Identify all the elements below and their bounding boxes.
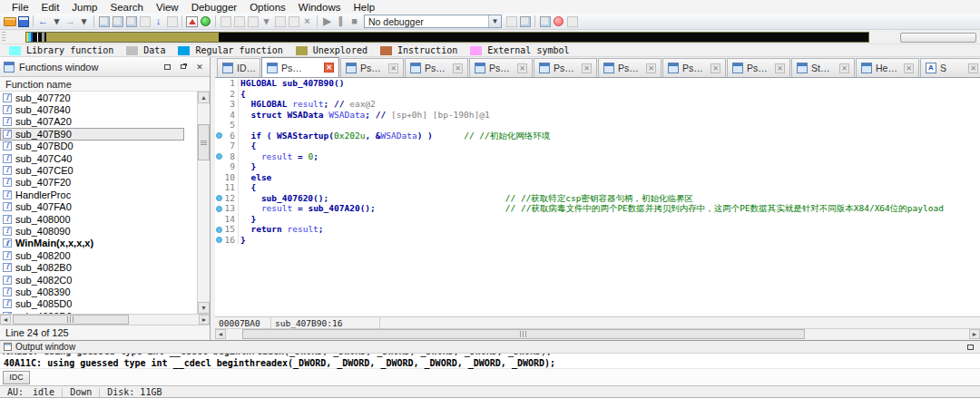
functions-window-titlebar[interactable]: Functions window ✕	[0, 57, 210, 77]
tab-close-icon[interactable]: ✕	[324, 63, 334, 73]
tab-close-icon[interactable]: ✕	[453, 63, 463, 73]
menu-windows[interactable]: Windows	[292, 2, 348, 13]
function-row[interactable]: fsub_407BD0	[0, 141, 210, 152]
open-file-icon[interactable]	[3, 15, 16, 28]
flow-chart-icon[interactable]	[185, 15, 199, 28]
debugger-combobox[interactable]: No debugger ▼	[364, 15, 502, 28]
menu-edit[interactable]: Edit	[35, 2, 66, 13]
step-over-icon[interactable]	[232, 15, 246, 28]
breakpoint-icon[interactable]	[216, 206, 222, 212]
navigation-band[interactable]	[25, 32, 869, 43]
breakpoint-icon[interactable]	[216, 132, 222, 139]
code-gutter[interactable]: 3	[215, 99, 239, 110]
code-gutter[interactable]: 2	[215, 89, 239, 100]
tab-3-ps[interactable]: Ps…✕	[340, 58, 404, 77]
tab-5-ps[interactable]: Ps…✕	[469, 58, 533, 77]
navband-range-button[interactable]	[900, 33, 976, 43]
code-gutter[interactable]: 14	[215, 214, 239, 225]
code-gutter[interactable]: 7	[215, 141, 239, 151]
pseudocode-view[interactable]: 1HGLOBAL sub_407B90()2{3 HGLOBAL result;…	[215, 78, 980, 316]
scroll-right-icon[interactable]: ►	[199, 315, 210, 325]
tab-9-ps[interactable]: Ps…✕	[727, 58, 790, 77]
functions-column-header[interactable]: Function name	[0, 77, 210, 92]
function-row[interactable]: fsub_407FA0	[0, 201, 210, 213]
step-exit-icon[interactable]	[518, 15, 532, 28]
scrollbar-thumb[interactable]	[13, 315, 129, 325]
function-row[interactable]: fsub_4082C0	[0, 274, 210, 286]
tab-8-ps[interactable]: Ps…✕	[662, 58, 726, 77]
start-process-icon[interactable]	[199, 15, 212, 28]
tab-close-icon[interactable]: ✕	[968, 63, 978, 73]
pause-icon[interactable]: ∥	[334, 15, 348, 28]
code-gutter[interactable]: 1	[215, 78, 239, 89]
scrollbar-thumb[interactable]	[198, 124, 210, 160]
code-line[interactable]: 16}	[215, 235, 980, 246]
tab-11-he[interactable]: He…✕	[856, 58, 919, 77]
scrollbar-thumb[interactable]	[242, 329, 805, 339]
function-row[interactable]: fsub_4082B0	[0, 261, 210, 273]
step-trace-icon[interactable]	[505, 15, 518, 28]
functions-horizontal-scrollbar[interactable]: ◄ ►	[0, 314, 210, 325]
delete-breakpoint-icon[interactable]	[565, 15, 579, 28]
breakpoint-icon[interactable]	[216, 153, 222, 160]
menu-search[interactable]: Search	[103, 2, 149, 13]
add-breakpoint-icon[interactable]	[552, 15, 565, 28]
code-line[interactable]: 8 result = 0;	[215, 151, 980, 162]
code-gutter[interactable]: 9	[215, 161, 239, 172]
tab-close-icon[interactable]: ✕	[582, 63, 592, 73]
stop-icon[interactable]: ■	[348, 15, 361, 28]
jump-next-icon[interactable]	[138, 15, 152, 28]
chevron-down-icon[interactable]: ▼	[488, 15, 501, 27]
tab-2-ps[interactable]: Ps…✕	[261, 57, 339, 78]
tab-4-ps[interactable]: Ps…✕	[405, 58, 468, 77]
maximize-icon[interactable]	[964, 342, 976, 353]
function-row[interactable]: fsub_407840	[0, 103, 210, 115]
save-icon[interactable]	[16, 15, 30, 28]
tab-close-icon[interactable]: ✕	[839, 63, 849, 73]
run-to-cursor-icon[interactable]	[273, 15, 287, 28]
code-gutter[interactable]: 13	[215, 203, 239, 214]
code-gutter[interactable]: 12	[215, 193, 239, 204]
scroll-left-icon[interactable]: ◄	[0, 315, 11, 325]
function-row[interactable]: fsub_4085D0	[0, 298, 210, 310]
tab-close-icon[interactable]: ✕	[904, 63, 914, 73]
function-row[interactable]: fsub_407C40	[0, 152, 210, 164]
code-gutter[interactable]: 10	[215, 172, 239, 183]
function-row[interactable]: fsub_407F20	[0, 177, 210, 189]
code-gutter[interactable]: 5	[215, 120, 239, 131]
function-row[interactable]: fsub_408090	[0, 225, 210, 237]
jump-to-segment-icon[interactable]	[124, 15, 138, 28]
menu-debugger[interactable]: Debugger	[185, 2, 244, 13]
breakpoint-icon[interactable]	[216, 237, 222, 243]
tab-close-icon[interactable]: ✕	[710, 63, 720, 73]
function-row[interactable]: fHandlerProc	[0, 189, 210, 200]
code-line[interactable]: 10 else	[215, 172, 980, 183]
tab-7-ps[interactable]: Ps…✕	[598, 58, 662, 77]
jump-down-icon[interactable]: ↓	[152, 15, 165, 28]
code-line[interactable]: 4 struct WSAData WSAData; // [sp+0h] [bp…	[215, 110, 980, 121]
breakpoint-list-icon[interactable]	[538, 15, 552, 28]
tab-1-id[interactable]: ID…✕	[217, 58, 260, 77]
scroll-up-icon[interactable]: ▲	[198, 92, 210, 103]
menu-file[interactable]: File	[5, 2, 35, 13]
scroll-left-icon[interactable]: ◄	[215, 329, 226, 339]
code-line[interactable]: 7 {	[215, 141, 980, 151]
jump-to-address-icon[interactable]	[97, 15, 111, 28]
menu-view[interactable]: View	[150, 2, 185, 13]
function-row[interactable]: fWinMain(x,x,x,x)	[0, 238, 210, 249]
menu-help[interactable]: Help	[347, 2, 381, 13]
close-icon[interactable]: ✕	[193, 62, 206, 73]
menu-options[interactable]: Options	[243, 2, 292, 13]
menu-jump[interactable]: Jump	[65, 2, 103, 13]
functions-vertical-scrollbar[interactable]: ▲ ▼	[197, 92, 210, 314]
tab-close-icon[interactable]: ✕	[775, 63, 785, 73]
code-gutter[interactable]: 11	[215, 182, 239, 193]
code-gutter[interactable]: 15	[215, 224, 239, 235]
function-row[interactable]: fsub_408000	[0, 213, 210, 225]
code-gutter[interactable]: 4	[215, 110, 239, 121]
function-row[interactable]: fsub_407B90	[0, 128, 184, 140]
code-line[interactable]: 1HGLOBAL sub_407B90()	[215, 78, 980, 89]
edit-run-icon[interactable]	[287, 15, 300, 28]
code-line[interactable]: 3 HGLOBAL result; // eax@2	[215, 99, 980, 110]
tab-10-st[interactable]: St…✕	[791, 58, 855, 77]
